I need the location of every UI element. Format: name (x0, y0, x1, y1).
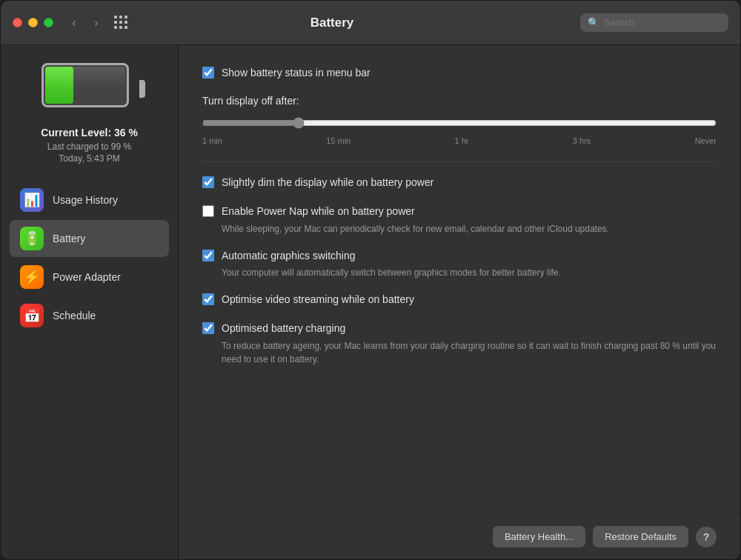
battery-info: Current Level: 36 % Last charged to 99 %… (41, 127, 138, 164)
dim-display-checkbox[interactable] (202, 176, 214, 188)
auto-graphics-row: Automatic graphics switching Your comput… (202, 249, 717, 280)
optimised-charging-row: Optimised battery charging To reduce bat… (202, 321, 717, 366)
separator-1 (202, 161, 717, 162)
optimise-video-row: Optimise video streaming while on batter… (202, 293, 717, 308)
optimise-video-checkbox[interactable] (202, 293, 214, 305)
battery-shine (45, 67, 125, 104)
optimised-charging-checkbox-wrapper (202, 322, 214, 337)
show-battery-label: Show battery status in menu bar (222, 66, 370, 81)
charge-time: Today, 5:43 PM (41, 153, 138, 164)
slider-ticks: 1 min 15 min 1 hr 3 hrs Never (202, 136, 717, 145)
auto-graphics-label: Automatic graphics switching (222, 250, 356, 261)
sidebar-item-power-adapter[interactable]: ⚡ Power Adapter (10, 259, 169, 296)
dim-display-checkbox-wrapper (202, 176, 214, 191)
auto-graphics-checkbox[interactable] (202, 250, 214, 261)
optimised-charging-checkbox[interactable] (202, 322, 214, 334)
show-battery-checkbox[interactable] (202, 67, 214, 79)
traffic-lights (13, 18, 53, 27)
sidebar-item-battery[interactable]: 🔋 Battery (10, 220, 169, 257)
optimise-video-label: Optimise video streaming while on batter… (222, 293, 414, 307)
optimised-charging-description: To reduce battery ageing, your Mac learn… (222, 339, 717, 366)
tick-1min: 1 min (202, 136, 222, 145)
show-battery-checkbox-wrapper (202, 67, 214, 81)
turn-display-off-section: Turn display off after: 1 min 15 min 1 h… (202, 95, 717, 145)
battery-nav-icon: 🔋 (20, 227, 44, 250)
sidebar-nav: 📊 Usage History 🔋 Battery ⚡ Power Adapte… (1, 181, 178, 336)
help-button[interactable]: ? (696, 527, 717, 547)
optimised-charging-label: Optimised battery charging (222, 322, 345, 334)
show-battery-status-row: Show battery status in menu bar (202, 66, 717, 81)
schedule-icon: 📅 (20, 304, 44, 327)
power-nap-label: Enable Power Nap while on battery power (222, 205, 415, 217)
power-adapter-icon: ⚡ (20, 265, 44, 289)
usage-history-icon: 📊 (20, 188, 44, 212)
auto-graphics-content: Automatic graphics switching Your comput… (222, 249, 561, 280)
display-off-slider[interactable] (202, 117, 717, 129)
window-title: Battery (84, 16, 580, 30)
search-box[interactable]: 🔍 (580, 13, 728, 32)
optimised-charging-content: Optimised battery charging To reduce bat… (222, 321, 717, 366)
close-button[interactable] (13, 18, 22, 27)
tick-1hr: 1 hr (455, 136, 469, 145)
optimise-video-checkbox-wrapper (202, 293, 214, 308)
dim-display-label: Slightly dim the display while on batter… (222, 176, 433, 190)
power-nap-checkbox[interactable] (202, 205, 214, 217)
auto-graphics-checkbox-wrapper (202, 250, 214, 264)
main-content: Current Level: 36 % Last charged to 99 %… (1, 45, 740, 559)
sidebar-item-label-battery: Battery (53, 233, 85, 244)
maximize-button[interactable] (44, 18, 53, 27)
bottom-bar: Battery Health... Restore Defaults ? (179, 513, 740, 559)
minimize-button[interactable] (28, 18, 38, 27)
power-nap-checkbox-wrapper (202, 205, 214, 220)
tick-15min: 15 min (326, 136, 350, 145)
sidebar-item-schedule[interactable]: 📅 Schedule (10, 297, 169, 334)
power-nap-content: Enable Power Nap while on battery power … (222, 204, 609, 236)
sidebar-item-label-schedule: Schedule (53, 310, 96, 321)
power-nap-description: While sleeping, your Mac can periodicall… (222, 222, 609, 236)
settings-panel: Show battery status in menu bar Turn dis… (179, 45, 740, 513)
current-level: Current Level: 36 % (41, 127, 138, 139)
restore-defaults-button[interactable]: Restore Defaults (593, 526, 688, 547)
sidebar: Current Level: 36 % Last charged to 99 %… (1, 45, 179, 559)
battery-cap (139, 80, 145, 98)
power-nap-row: Enable Power Nap while on battery power … (202, 204, 717, 236)
last-charged: Last charged to 99 % (41, 141, 138, 152)
auto-graphics-description: Your computer will automatically switch … (222, 266, 561, 279)
main-window: ‹ › Battery 🔍 (0, 0, 741, 560)
battery-body (41, 63, 129, 107)
search-icon: 🔍 (588, 17, 599, 28)
search-input[interactable] (604, 17, 721, 28)
tick-3hrs: 3 hrs (573, 136, 591, 145)
sidebar-item-label-power: Power Adapter (53, 271, 121, 283)
battery-icon-container (41, 63, 138, 115)
tick-never: Never (695, 136, 717, 145)
sidebar-item-usage-history[interactable]: 📊 Usage History (10, 181, 169, 219)
slider-container (202, 117, 717, 132)
titlebar: ‹ › Battery 🔍 (1, 1, 740, 45)
battery-health-button[interactable]: Battery Health... (493, 526, 585, 547)
dim-display-row: Slightly dim the display while on batter… (202, 176, 717, 191)
sidebar-item-label-usage: Usage History (53, 194, 118, 206)
back-button[interactable]: ‹ (65, 14, 83, 32)
turn-display-off-label: Turn display off after: (202, 95, 717, 107)
